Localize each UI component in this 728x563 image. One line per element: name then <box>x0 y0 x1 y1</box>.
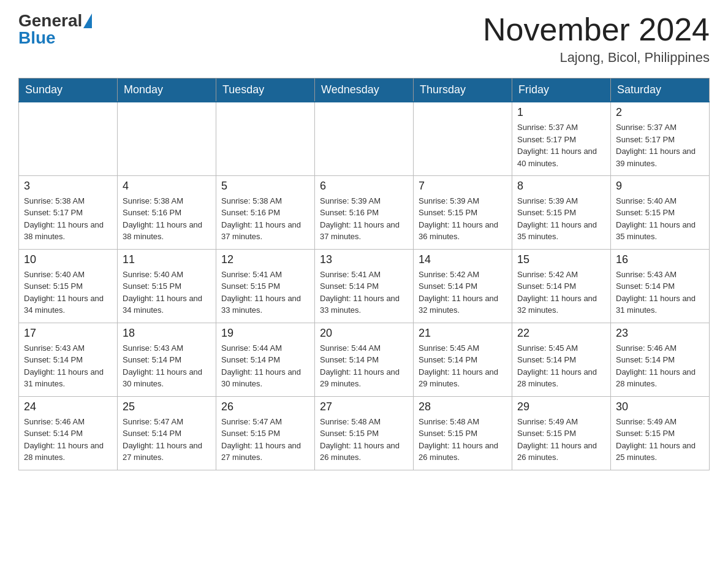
calendar-cell: 22Sunrise: 5:45 AMSunset: 5:14 PMDayligh… <box>512 323 611 396</box>
calendar-cell: 7Sunrise: 5:39 AMSunset: 5:15 PMDaylight… <box>414 175 512 249</box>
week-row-5: 24Sunrise: 5:46 AMSunset: 5:14 PMDayligh… <box>19 396 710 470</box>
calendar-cell: 9Sunrise: 5:40 AMSunset: 5:15 PMDaylight… <box>611 175 710 249</box>
week-row-3: 10Sunrise: 5:40 AMSunset: 5:15 PMDayligh… <box>19 249 710 323</box>
day-info: Sunrise: 5:38 AMSunset: 5:16 PMDaylight:… <box>221 195 309 243</box>
week-row-1: 1Sunrise: 5:37 AMSunset: 5:17 PMDaylight… <box>19 102 710 175</box>
day-number: 20 <box>320 327 408 340</box>
calendar-cell: 19Sunrise: 5:44 AMSunset: 5:14 PMDayligh… <box>216 323 315 396</box>
day-info: Sunrise: 5:40 AMSunset: 5:15 PMDaylight:… <box>24 269 112 316</box>
calendar-cell: 27Sunrise: 5:48 AMSunset: 5:15 PMDayligh… <box>315 396 414 470</box>
day-info: Sunrise: 5:38 AMSunset: 5:17 PMDaylight:… <box>24 195 112 243</box>
day-number: 2 <box>616 106 704 119</box>
day-number: 26 <box>221 400 309 413</box>
day-number: 29 <box>517 400 605 413</box>
day-number: 17 <box>24 327 112 340</box>
calendar-cell: 11Sunrise: 5:40 AMSunset: 5:15 PMDayligh… <box>118 249 216 323</box>
day-number: 19 <box>221 327 309 340</box>
calendar-cell: 6Sunrise: 5:39 AMSunset: 5:16 PMDaylight… <box>315 175 414 249</box>
calendar-cell <box>315 102 414 175</box>
calendar-cell: 2Sunrise: 5:37 AMSunset: 5:17 PMDaylight… <box>611 102 710 175</box>
day-number: 30 <box>616 400 704 413</box>
day-number: 6 <box>320 180 408 193</box>
calendar-cell <box>118 102 216 175</box>
calendar-cell: 10Sunrise: 5:40 AMSunset: 5:15 PMDayligh… <box>19 249 118 323</box>
location-title: Lajong, Bicol, Philippines <box>483 50 710 66</box>
day-info: Sunrise: 5:39 AMSunset: 5:15 PMDaylight:… <box>517 195 605 243</box>
day-info: Sunrise: 5:37 AMSunset: 5:17 PMDaylight:… <box>616 121 704 169</box>
day-number: 5 <box>221 180 309 193</box>
calendar-cell: 24Sunrise: 5:46 AMSunset: 5:14 PMDayligh… <box>19 396 118 470</box>
calendar-cell <box>216 102 315 175</box>
day-info: Sunrise: 5:48 AMSunset: 5:15 PMDaylight:… <box>320 416 408 464</box>
day-number: 7 <box>419 180 507 193</box>
day-number: 27 <box>320 400 408 413</box>
day-info: Sunrise: 5:42 AMSunset: 5:14 PMDaylight:… <box>419 269 507 316</box>
month-title: November 2024 <box>483 12 710 47</box>
calendar-cell: 25Sunrise: 5:47 AMSunset: 5:14 PMDayligh… <box>118 396 216 470</box>
calendar-table: SundayMondayTuesdayWednesdayThursdayFrid… <box>18 78 710 470</box>
calendar-cell: 28Sunrise: 5:48 AMSunset: 5:15 PMDayligh… <box>414 396 512 470</box>
day-info: Sunrise: 5:48 AMSunset: 5:15 PMDaylight:… <box>419 416 507 464</box>
day-info: Sunrise: 5:47 AMSunset: 5:15 PMDaylight:… <box>221 416 309 464</box>
header-day-thursday: Thursday <box>414 79 512 102</box>
day-info: Sunrise: 5:40 AMSunset: 5:15 PMDaylight:… <box>616 195 704 243</box>
day-number: 4 <box>123 180 211 193</box>
day-info: Sunrise: 5:45 AMSunset: 5:14 PMDaylight:… <box>517 342 605 390</box>
day-info: Sunrise: 5:40 AMSunset: 5:15 PMDaylight:… <box>123 269 211 316</box>
calendar-cell: 16Sunrise: 5:43 AMSunset: 5:14 PMDayligh… <box>611 249 710 323</box>
title-section: November 2024 Lajong, Bicol, Philippines <box>483 12 710 66</box>
header-day-sunday: Sunday <box>19 79 118 102</box>
day-info: Sunrise: 5:44 AMSunset: 5:14 PMDaylight:… <box>221 342 309 390</box>
calendar-cell: 1Sunrise: 5:37 AMSunset: 5:17 PMDaylight… <box>512 102 611 175</box>
day-number: 1 <box>517 106 605 119</box>
calendar-cell: 12Sunrise: 5:41 AMSunset: 5:15 PMDayligh… <box>216 249 315 323</box>
day-number: 22 <box>517 327 605 340</box>
header-day-monday: Monday <box>118 79 216 102</box>
day-number: 21 <box>419 327 507 340</box>
calendar-cell: 20Sunrise: 5:44 AMSunset: 5:14 PMDayligh… <box>315 323 414 396</box>
day-info: Sunrise: 5:43 AMSunset: 5:14 PMDaylight:… <box>24 342 112 390</box>
day-number: 23 <box>616 327 704 340</box>
week-row-4: 17Sunrise: 5:43 AMSunset: 5:14 PMDayligh… <box>19 323 710 396</box>
day-info: Sunrise: 5:41 AMSunset: 5:15 PMDaylight:… <box>221 269 309 316</box>
day-info: Sunrise: 5:39 AMSunset: 5:15 PMDaylight:… <box>419 195 507 243</box>
day-info: Sunrise: 5:42 AMSunset: 5:14 PMDaylight:… <box>517 269 605 316</box>
calendar-cell: 17Sunrise: 5:43 AMSunset: 5:14 PMDayligh… <box>19 323 118 396</box>
day-number: 24 <box>24 400 112 413</box>
calendar-cell <box>414 102 512 175</box>
day-info: Sunrise: 5:49 AMSunset: 5:15 PMDaylight:… <box>517 416 605 464</box>
day-info: Sunrise: 5:49 AMSunset: 5:15 PMDaylight:… <box>616 416 704 464</box>
week-row-2: 3Sunrise: 5:38 AMSunset: 5:17 PMDaylight… <box>19 175 710 249</box>
header-day-wednesday: Wednesday <box>315 79 414 102</box>
day-info: Sunrise: 5:46 AMSunset: 5:14 PMDaylight:… <box>24 416 112 464</box>
day-number: 28 <box>419 400 507 413</box>
calendar-cell: 14Sunrise: 5:42 AMSunset: 5:14 PMDayligh… <box>414 249 512 323</box>
day-info: Sunrise: 5:44 AMSunset: 5:14 PMDaylight:… <box>320 342 408 390</box>
day-info: Sunrise: 5:45 AMSunset: 5:14 PMDaylight:… <box>419 342 507 390</box>
header-day-saturday: Saturday <box>611 79 710 102</box>
calendar-cell: 30Sunrise: 5:49 AMSunset: 5:15 PMDayligh… <box>611 396 710 470</box>
calendar-cell: 3Sunrise: 5:38 AMSunset: 5:17 PMDaylight… <box>19 175 118 249</box>
calendar-cell: 4Sunrise: 5:38 AMSunset: 5:16 PMDaylight… <box>118 175 216 249</box>
day-number: 18 <box>123 327 211 340</box>
day-info: Sunrise: 5:46 AMSunset: 5:14 PMDaylight:… <box>616 342 704 390</box>
day-info: Sunrise: 5:47 AMSunset: 5:14 PMDaylight:… <box>123 416 211 464</box>
logo: General Blue <box>18 12 92 47</box>
calendar-cell: 5Sunrise: 5:38 AMSunset: 5:16 PMDaylight… <box>216 175 315 249</box>
day-info: Sunrise: 5:43 AMSunset: 5:14 PMDaylight:… <box>123 342 211 390</box>
day-number: 16 <box>616 253 704 266</box>
calendar-cell: 15Sunrise: 5:42 AMSunset: 5:14 PMDayligh… <box>512 249 611 323</box>
day-info: Sunrise: 5:39 AMSunset: 5:16 PMDaylight:… <box>320 195 408 243</box>
day-number: 15 <box>517 253 605 266</box>
day-number: 9 <box>616 180 704 193</box>
logo-triangle-icon <box>83 13 92 28</box>
header-row: SundayMondayTuesdayWednesdayThursdayFrid… <box>19 79 710 102</box>
calendar-cell: 29Sunrise: 5:49 AMSunset: 5:15 PMDayligh… <box>512 396 611 470</box>
day-info: Sunrise: 5:43 AMSunset: 5:14 PMDaylight:… <box>616 269 704 316</box>
calendar-cell: 23Sunrise: 5:46 AMSunset: 5:14 PMDayligh… <box>611 323 710 396</box>
day-number: 8 <box>517 180 605 193</box>
calendar-cell: 21Sunrise: 5:45 AMSunset: 5:14 PMDayligh… <box>414 323 512 396</box>
calendar-cell: 18Sunrise: 5:43 AMSunset: 5:14 PMDayligh… <box>118 323 216 396</box>
logo-general-text: General <box>18 12 82 29</box>
calendar-cell <box>19 102 118 175</box>
